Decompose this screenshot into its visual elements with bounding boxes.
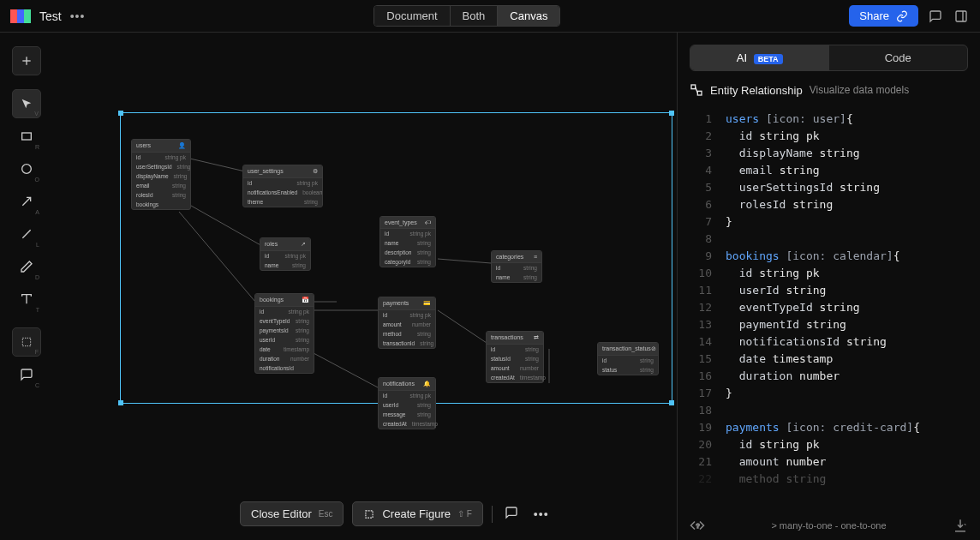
code-line[interactable]: 5 userSettingsId string bbox=[690, 179, 968, 196]
entity-field: namestring bbox=[260, 261, 310, 270]
er-icon bbox=[690, 83, 703, 97]
code-line[interactable]: 2 id string pk bbox=[690, 128, 968, 145]
entity-field: userSettingsIdstring bbox=[132, 162, 190, 171]
resize-handle[interactable] bbox=[669, 111, 674, 116]
entity-payments[interactable]: payments💳 idstring pkamountnumbermethods… bbox=[378, 297, 436, 349]
view-canvas[interactable]: Canvas bbox=[498, 6, 559, 26]
chat-tool[interactable]: C bbox=[12, 360, 41, 389]
code-line[interactable]: 17} bbox=[690, 385, 968, 402]
entity-roles[interactable]: roles↗ idstring pknamestring bbox=[260, 237, 311, 271]
code-line[interactable]: 7} bbox=[690, 213, 968, 231]
code-line[interactable]: 12 eventTypeId string bbox=[690, 299, 968, 316]
code-line[interactable]: 13 paymentId string bbox=[690, 316, 968, 333]
resize-handle[interactable] bbox=[118, 400, 123, 405]
entity-title: bookings bbox=[260, 297, 284, 303]
entity-users[interactable]: users👤 idstring pkuserSettingsIdstringdi… bbox=[131, 139, 191, 210]
code-icon[interactable]: ? bbox=[690, 518, 705, 533]
view-both[interactable]: Both bbox=[451, 6, 499, 26]
create-figure-button[interactable]: Create Figure ⇧ F bbox=[352, 501, 482, 526]
panel-tabs: AI BETA Code bbox=[690, 45, 968, 71]
code-editor[interactable]: 1users [icon: user]{2 id string pk3 disp… bbox=[690, 111, 968, 528]
app-logo[interactable] bbox=[10, 9, 31, 23]
close-label: Close Editor bbox=[251, 507, 312, 520]
arrow-tool[interactable]: A bbox=[12, 187, 41, 216]
entity-field: transactionIdstring bbox=[379, 339, 435, 348]
code-line[interactable]: 11 userId string bbox=[690, 282, 968, 299]
entity-title: event_types bbox=[385, 219, 417, 225]
entity-field: datetimestamp bbox=[255, 345, 314, 354]
comment-icon[interactable] bbox=[927, 8, 944, 25]
svg-rect-21 bbox=[691, 85, 696, 89]
code-line[interactable]: 8 bbox=[690, 231, 968, 248]
svg-line-12 bbox=[179, 212, 255, 302]
code-line[interactable]: 16 duration number bbox=[690, 368, 968, 385]
svg-line-7 bbox=[22, 230, 30, 237]
beta-badge: BETA bbox=[754, 54, 783, 64]
comment-icon[interactable] bbox=[501, 502, 522, 526]
entity-field: idstring pk bbox=[379, 391, 435, 400]
entity-field: userIdstring bbox=[379, 400, 435, 410]
svg-text:?: ? bbox=[696, 522, 700, 530]
view-document[interactable]: Document bbox=[374, 6, 450, 26]
entity-field: paymentsIdstring bbox=[255, 326, 314, 335]
entity-field: userIdstring bbox=[255, 335, 314, 345]
svg-rect-22 bbox=[697, 91, 702, 95]
svg-rect-9 bbox=[22, 338, 30, 345]
svg-rect-0 bbox=[956, 11, 966, 21]
frame-tool[interactable]: F bbox=[12, 327, 41, 357]
code-line[interactable]: 19payments [icon: credit-card]{ bbox=[690, 419, 968, 436]
doc-title[interactable]: Test bbox=[39, 9, 62, 23]
more-icon[interactable]: ••• bbox=[70, 9, 86, 23]
resize-handle[interactable] bbox=[118, 111, 123, 116]
code-line[interactable]: 20 id string pk bbox=[690, 436, 968, 453]
pencil-tool[interactable]: D bbox=[12, 252, 41, 281]
svg-point-5 bbox=[22, 165, 32, 174]
entity-field: createdAttimestamp bbox=[379, 419, 435, 429]
entity-user-settings[interactable]: user_settings⚙ idstring pknotificationsE… bbox=[242, 165, 323, 207]
entity-title: user_settings bbox=[248, 168, 284, 175]
select-tool[interactable]: V bbox=[12, 89, 41, 118]
code-line[interactable]: 6 rolesId string bbox=[690, 196, 968, 213]
entity-field: bookings bbox=[132, 200, 190, 209]
canvas[interactable]: users👤 idstring pkuserSettingsIdstringdi… bbox=[51, 33, 677, 540]
text-tool[interactable]: T bbox=[12, 285, 41, 314]
add-tool[interactable] bbox=[12, 46, 41, 75]
card-icon: 💳 bbox=[423, 300, 431, 307]
code-line[interactable]: 9bookings [icon: calendar]{ bbox=[690, 248, 968, 265]
entity-bookings[interactable]: bookings📅 idstring pkeventTypeIdstringpa… bbox=[254, 293, 314, 374]
entity-field: amountnumber bbox=[487, 363, 543, 373]
entity-field: idstring pk bbox=[260, 251, 310, 261]
tab-code[interactable]: Code bbox=[829, 45, 968, 70]
code-line[interactable]: 4 email string bbox=[690, 162, 968, 179]
close-editor-button[interactable]: Close Editor Esc bbox=[240, 501, 344, 526]
entity-notifications[interactable]: notifications🔔 idstring pkuserIdstringme… bbox=[378, 377, 436, 429]
resize-handle[interactable] bbox=[669, 400, 674, 405]
code-line[interactable]: 1users [icon: user]{ bbox=[690, 111, 968, 128]
entity-field: namestring bbox=[492, 273, 541, 282]
view-switcher: Document Both Canvas bbox=[373, 5, 560, 27]
create-label: Create Figure bbox=[382, 507, 450, 520]
entity-field: idstring pk bbox=[255, 307, 314, 316]
share-button[interactable]: Share bbox=[849, 5, 918, 27]
code-line[interactable]: 10 id string pk bbox=[690, 265, 968, 282]
selection-box[interactable]: users👤 idstring pkuserSettingsIdstringdi… bbox=[120, 112, 672, 404]
entity-field: themestring bbox=[243, 197, 322, 207]
right-panel: AI BETA Code Entity Relationship Visuali… bbox=[677, 33, 980, 540]
entity-event-types[interactable]: event_types🏷 idstring pknamestringdescri… bbox=[379, 216, 436, 267]
circle-tool[interactable]: O bbox=[12, 154, 41, 183]
download-icon[interactable] bbox=[953, 518, 968, 533]
entity-field: messagestring bbox=[379, 410, 435, 419]
code-line[interactable]: 14 notificationsId string bbox=[690, 333, 968, 351]
rect-tool[interactable]: R bbox=[12, 122, 41, 151]
more-icon[interactable]: ••• bbox=[530, 504, 553, 525]
code-line[interactable]: 18 bbox=[690, 402, 968, 419]
line-tool[interactable]: L bbox=[12, 219, 41, 249]
code-line[interactable]: 15 date timestamp bbox=[690, 351, 968, 368]
code-line[interactable]: 3 displayName string bbox=[690, 145, 968, 162]
tab-ai[interactable]: AI BETA bbox=[690, 45, 829, 70]
entity-transaction-status[interactable]: transaction_status⊘ idstringstatusstring bbox=[597, 342, 659, 375]
code-line[interactable]: 21 amount number bbox=[690, 453, 968, 471]
entity-transactions[interactable]: transactions⇄ idstringstatusIdstringamou… bbox=[486, 331, 544, 383]
panel-icon[interactable] bbox=[953, 8, 970, 25]
entity-categories[interactable]: categories≡ idstringnamestring bbox=[491, 250, 542, 283]
